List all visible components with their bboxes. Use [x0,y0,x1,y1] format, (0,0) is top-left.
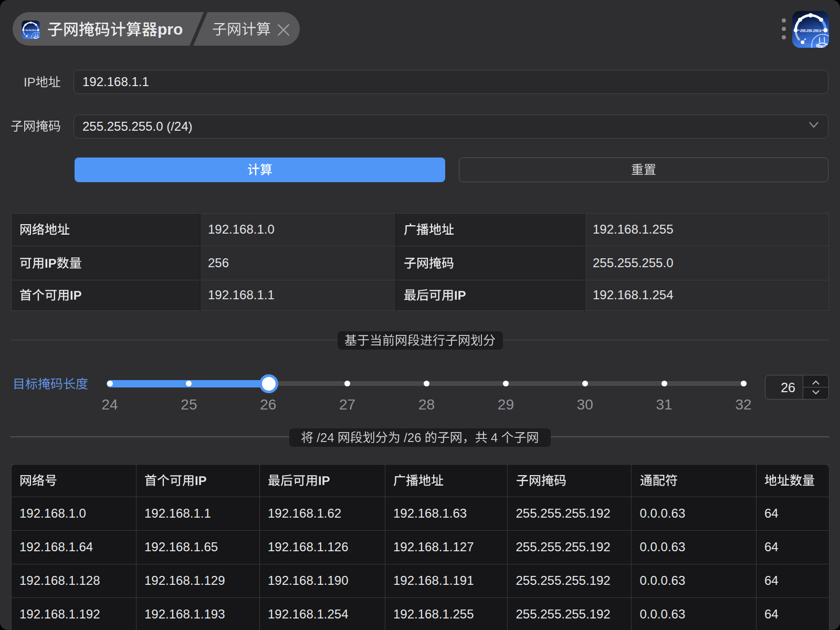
svg-text:255.255.255.0: 255.255.255.0 [800,28,822,33]
svg-text:255.255.255.0: 255.255.255.0 [25,29,36,32]
